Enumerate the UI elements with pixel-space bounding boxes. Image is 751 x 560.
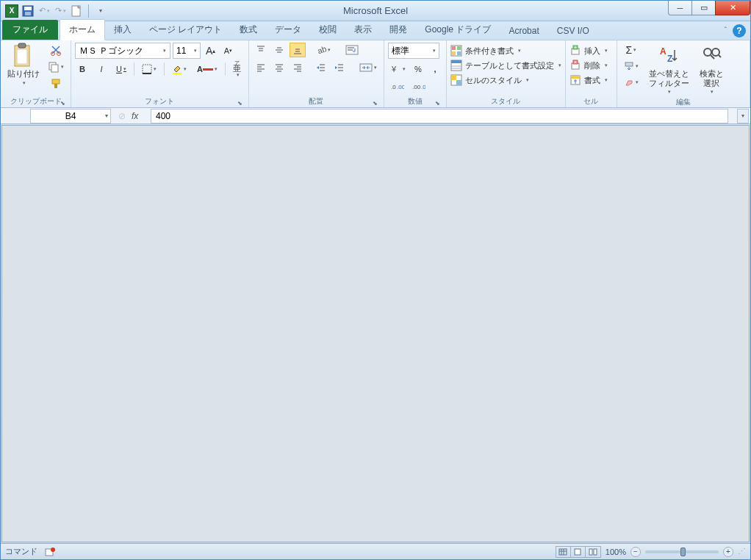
- clear-button[interactable]: ▾: [621, 75, 642, 90]
- sort-filter-button[interactable]: AZ 並べ替えと フィルター▾: [646, 43, 692, 96]
- page-layout-view-button[interactable]: [571, 547, 586, 557]
- fill-button[interactable]: ▾: [621, 59, 642, 73]
- name-box[interactable]: B4 ▾: [30, 109, 111, 123]
- zoom-in-button[interactable]: +: [723, 547, 733, 557]
- insert-cells-button[interactable]: + 挿入▾: [569, 44, 608, 57]
- tab-formulas[interactable]: 数式: [231, 20, 266, 40]
- alignment-launcher-icon[interactable]: ⬊: [371, 98, 380, 107]
- increase-indent-button[interactable]: [331, 60, 348, 75]
- close-button[interactable]: ✕: [715, 1, 750, 15]
- fill-color-button[interactable]: ▾: [169, 62, 190, 76]
- zoom-out-button[interactable]: −: [630, 547, 641, 557]
- tab-insert[interactable]: 挿入: [105, 20, 140, 40]
- orientation-button[interactable]: ab▾: [313, 43, 334, 57]
- new-doc-icon[interactable]: [70, 4, 83, 18]
- increase-decimal-button[interactable]: .0.00: [388, 79, 407, 94]
- number-launcher-icon[interactable]: ⬊: [434, 98, 442, 107]
- tab-acrobat[interactable]: Acrobat: [500, 22, 547, 40]
- tab-view[interactable]: 表示: [345, 20, 381, 40]
- decrease-indent-button[interactable]: [313, 60, 329, 75]
- cut-button[interactable]: [45, 43, 67, 57]
- bold-button[interactable]: B: [75, 62, 90, 76]
- status-bar: コマンド 100% − + ⋰: [1, 543, 750, 559]
- svg-rect-88: [594, 549, 597, 555]
- clipboard-launcher-icon[interactable]: ⬊: [58, 98, 67, 107]
- format-painter-button[interactable]: [45, 76, 67, 91]
- worksheet-area[interactable]: [1, 125, 750, 542]
- align-bottom-button[interactable]: [290, 43, 306, 57]
- save-icon[interactable]: [21, 4, 35, 18]
- svg-point-78: [712, 49, 719, 56]
- tab-home[interactable]: ホーム: [60, 19, 105, 40]
- merge-center-button[interactable]: ▾: [356, 60, 380, 75]
- align-right-button[interactable]: [290, 60, 306, 75]
- wrap-text-button[interactable]: [342, 43, 362, 57]
- align-middle-button[interactable]: [271, 43, 287, 57]
- svg-rect-73: [625, 62, 633, 66]
- ribbon: 貼り付け ▾ ▾ クリップボード⬊ ＭＳ Ｐゴシック▾ 11▾ A▴ A▾: [1, 40, 750, 108]
- font-launcher-icon[interactable]: ⬊: [236, 98, 245, 107]
- zoom-slider[interactable]: [645, 550, 719, 553]
- normal-view-button[interactable]: [556, 547, 571, 557]
- tab-developer[interactable]: 開発: [381, 20, 416, 40]
- redo-button[interactable]: ↷▾: [54, 4, 67, 18]
- find-select-button[interactable]: 検索と 選択▾: [697, 43, 727, 96]
- delete-cells-button[interactable]: × 削除▾: [569, 59, 608, 72]
- minimize-button[interactable]: ─: [668, 1, 691, 15]
- comma-button[interactable]: ,: [428, 62, 442, 76]
- align-top-button[interactable]: [253, 43, 269, 57]
- excel-icon[interactable]: X: [5, 4, 18, 18]
- font-color-button[interactable]: A▾: [194, 62, 220, 76]
- border-button[interactable]: ▾: [139, 62, 159, 76]
- svg-rect-1: [24, 7, 32, 10]
- tab-data[interactable]: データ: [266, 20, 310, 40]
- autosum-button[interactable]: Σ▾: [621, 43, 642, 57]
- align-center-button[interactable]: [271, 60, 287, 75]
- tab-page-layout[interactable]: ページ レイアウト: [140, 20, 231, 40]
- accounting-format-button[interactable]: ¥▾: [388, 62, 409, 76]
- format-cells-button[interactable]: 書式▾: [569, 73, 608, 87]
- resize-grip-icon[interactable]: ⋰: [738, 547, 746, 556]
- formula-input[interactable]: 400: [151, 109, 728, 123]
- svg-line-79: [719, 55, 721, 57]
- qat-customize-icon[interactable]: ▾: [94, 4, 107, 18]
- font-size-combo[interactable]: 11▾: [173, 43, 201, 59]
- decrease-font-button[interactable]: A▾: [220, 43, 235, 58]
- italic-button[interactable]: I: [94, 62, 109, 76]
- font-name-combo[interactable]: ＭＳ Ｐゴシック▾: [75, 43, 170, 59]
- copy-button[interactable]: ▾: [45, 60, 67, 74]
- svg-text:.0: .0: [421, 84, 425, 90]
- tab-google-drive[interactable]: Google ドライブ: [416, 20, 500, 40]
- phonetic-button[interactable]: ア亜▾: [230, 62, 245, 76]
- cell-styles-button[interactable]: セルのスタイル▾: [450, 73, 529, 87]
- help-button[interactable]: ?: [733, 24, 746, 37]
- number-format-combo[interactable]: 標準▾: [388, 43, 439, 59]
- tab-review[interactable]: 校閲: [310, 20, 345, 40]
- fx-button[interactable]: fx: [132, 110, 145, 122]
- page-break-view-button[interactable]: [586, 547, 600, 557]
- svg-rect-87: [589, 549, 592, 555]
- svg-rect-82: [559, 549, 567, 555]
- maximize-button[interactable]: ▭: [691, 1, 715, 15]
- svg-rect-55: [457, 46, 461, 50]
- tab-csv-io[interactable]: CSV I/O: [548, 22, 598, 40]
- paste-label: 貼り付け: [7, 69, 40, 79]
- decrease-decimal-button[interactable]: .00.0: [409, 79, 428, 94]
- increase-font-button[interactable]: A▴: [203, 43, 218, 58]
- format-as-table-button[interactable]: テーブルとして書式設定▾: [450, 59, 561, 72]
- undo-button[interactable]: ↶▾: [37, 4, 51, 18]
- conditional-format-button[interactable]: 条件付き書式▾: [450, 44, 521, 57]
- svg-text:.0: .0: [391, 84, 396, 90]
- svg-rect-13: [143, 65, 151, 73]
- svg-text:Z: Z: [667, 54, 672, 64]
- paste-button[interactable]: 貼り付け ▾: [4, 43, 43, 87]
- macro-record-icon[interactable]: [45, 547, 55, 557]
- percent-button[interactable]: %: [411, 62, 425, 76]
- qat-separator: [88, 4, 89, 18]
- formula-expand-icon[interactable]: ▾: [737, 109, 749, 123]
- zoom-level[interactable]: 100%: [606, 548, 626, 556]
- file-tab[interactable]: ファイル: [2, 20, 58, 40]
- underline-button[interactable]: U▾: [113, 62, 129, 76]
- align-left-button[interactable]: [253, 60, 269, 75]
- minimize-ribbon-icon[interactable]: ˆ: [725, 24, 727, 37]
